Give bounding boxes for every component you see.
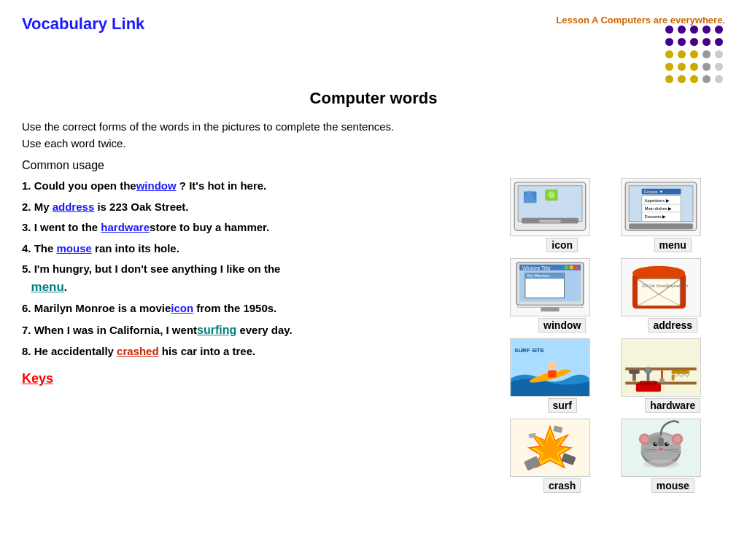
dot-decoration: [678, 63, 686, 71]
svg-rect-30: [541, 307, 559, 311]
svg-text:Groups ▼: Groups ▼: [643, 190, 663, 194]
svg-point-78: [659, 448, 663, 451]
header-right: Lesson A Computers are everywhere.: [556, 15, 725, 85]
dot-decoration: [715, 63, 723, 71]
svg-point-5: [548, 192, 555, 199]
image-window: Window Title My Window window: [510, 258, 615, 332]
svg-point-32: [632, 266, 685, 281]
svg-rect-53: [671, 370, 689, 374]
dot-decoration: [690, 50, 698, 58]
sentence-1: 1. Could you open thewindow ? It's hot i…: [22, 178, 503, 195]
top-header: Vocabulary Link Lesson A Computers are e…: [22, 15, 725, 85]
page: Vocabulary Link Lesson A Computers are e…: [0, 0, 747, 560]
sentence-3: 3. I went to the hardwarestore to buy a …: [22, 219, 503, 236]
svg-rect-54: [671, 375, 674, 381]
svg-rect-18: [629, 223, 693, 229]
svg-rect-40: [548, 370, 557, 378]
image-hardware: hardware: [621, 338, 726, 413]
svg-text:223 Oak Street@mymail.com: 223 Oak Street@mymail.com: [641, 284, 688, 288]
instruction-line1: Use the correct forms of the words in th…: [22, 120, 394, 133]
dot-decoration: [715, 38, 723, 46]
image-surf: SURF SITE surf: [510, 338, 615, 413]
svg-point-25: [565, 265, 569, 270]
dot-decoration: [665, 26, 673, 34]
svg-rect-68: [658, 438, 664, 446]
surf-label: surf: [548, 398, 577, 413]
svg-rect-48: [629, 370, 640, 374]
svg-rect-52: [659, 379, 665, 383]
vocab-link-label: Vocabulary Link: [22, 15, 144, 34]
dot-decoration: [665, 75, 673, 83]
svg-text:Window Title: Window Title: [522, 265, 551, 271]
icon-illustration: [510, 178, 590, 236]
svg-point-73: [673, 435, 681, 443]
lesson-title: Lesson A Computers are everywhere.: [556, 15, 725, 26]
common-usage-label: Common usage: [22, 159, 725, 172]
instruction-line2: Use each word twice.: [22, 137, 126, 149]
image-icon: icon: [510, 178, 615, 252]
svg-point-24: [569, 265, 573, 270]
svg-point-75: [664, 442, 668, 446]
menu-label: menu: [654, 238, 692, 252]
dot-decoration: [678, 50, 686, 58]
dot-grid: [665, 26, 725, 85]
image-mouse: mouse: [621, 419, 726, 493]
svg-point-50: [644, 368, 651, 373]
svg-text:Desserts ▶: Desserts ▶: [644, 214, 666, 219]
svg-point-77: [666, 443, 667, 444]
sentence-4: 4. The mouse ran into its hole.: [22, 241, 503, 257]
content-area: 1. Could you open thewindow ? It's hot i…: [22, 178, 725, 493]
svg-point-23: [574, 265, 578, 270]
svg-rect-7: [539, 220, 560, 223]
dot-decoration: [715, 75, 723, 83]
images-column: icon Groups ▼ Appetizers ▶ Main dishes ▶: [510, 178, 725, 493]
svg-text:Appetizers ▶: Appetizers ▶: [644, 198, 669, 203]
dot-decoration: [665, 63, 673, 71]
address-label: address: [648, 318, 697, 332]
menu-illustration: Groups ▼ Appetizers ▶ Main dishes ▶ Dess…: [621, 178, 701, 236]
dot-decoration: [690, 38, 698, 46]
dot-decoration: [665, 38, 673, 46]
image-menu: Groups ▼ Appetizers ▶ Main dishes ▶ Dess…: [621, 178, 726, 252]
dot-decoration: [690, 26, 698, 34]
svg-point-74: [653, 442, 657, 446]
vocab-section: Vocabulary Link: [22, 15, 144, 35]
crash-label: crash: [543, 478, 581, 493]
dot-decoration: [715, 26, 723, 34]
sentence-5: 5. I'm hungry, but I don't see anything …: [22, 261, 503, 296]
dot-decoration: [715, 50, 723, 58]
dot-decoration: [678, 75, 686, 83]
dot-decoration: [703, 26, 711, 34]
dot-decoration: [678, 38, 686, 46]
sentences-column: 1. Could you open thewindow ? It's hot i…: [22, 178, 503, 493]
sentence-2: 2. My address is 223 Oak Street.: [22, 199, 503, 216]
svg-point-76: [655, 443, 657, 444]
dot-decoration: [703, 50, 711, 58]
icon-label: icon: [546, 238, 578, 252]
dot-decoration: [678, 26, 686, 34]
window-label: window: [538, 318, 586, 332]
sentence-8: 8. He accidentally crashed his car into …: [22, 343, 503, 360]
image-crash: crash: [510, 419, 615, 493]
svg-text:Main dishes ▶: Main dishes ▶: [644, 206, 672, 211]
hardware-label: hardware: [645, 398, 700, 413]
window-illustration: Window Title My Window: [510, 258, 590, 316]
surf-illustration: SURF SITE: [510, 338, 590, 397]
mouse-illustration: [621, 419, 701, 477]
address-illustration: 223 Oak Street@mymail.com: [621, 258, 701, 316]
mouse-label: mouse: [651, 478, 694, 493]
sentence-7: 7. When I was in California, I wentsurfi…: [22, 322, 503, 339]
svg-point-69: [643, 460, 678, 469]
main-title: Computer words: [22, 89, 725, 108]
crash-illustration: [510, 419, 590, 477]
keys-link[interactable]: Keys: [22, 371, 53, 386]
dot-decoration: [703, 38, 711, 46]
hardware-illustration: [621, 338, 701, 397]
dot-decoration: [690, 63, 698, 71]
svg-text:SURF SITE: SURF SITE: [514, 347, 544, 354]
dot-decoration: [665, 50, 673, 58]
sentence-6: 6. Marilyn Monroe is a movieicon from th…: [22, 300, 503, 317]
svg-rect-56: [639, 381, 657, 385]
svg-text:My Window: My Window: [527, 273, 550, 278]
instructions: Use the correct forms of the words in th…: [22, 119, 725, 152]
